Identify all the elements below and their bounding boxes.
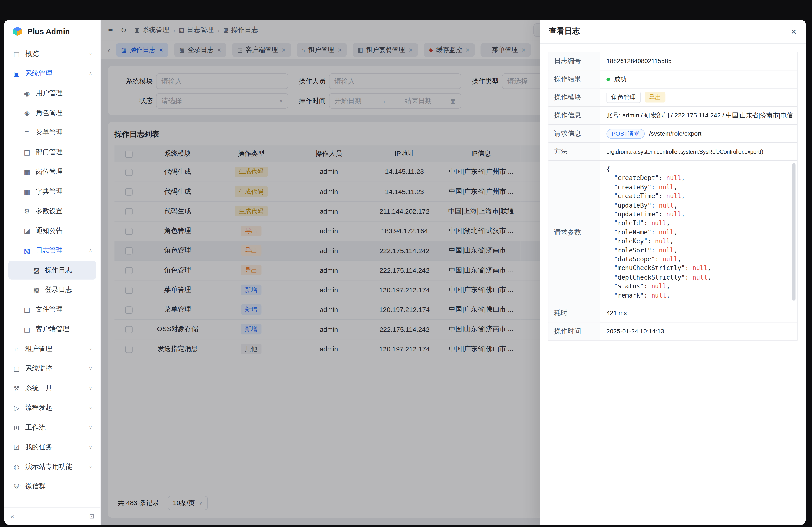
sidebar-item-monitor[interactable]: ▢系统监控∨ bbox=[8, 359, 96, 378]
detail-value-params: { "createDept": null, "createBy": null, … bbox=[600, 161, 797, 304]
notice-icon: ◪ bbox=[23, 227, 31, 235]
posts-icon: ▦ bbox=[23, 168, 31, 176]
module-tag: 角色管理 bbox=[606, 91, 641, 103]
module-tag: 导出 bbox=[644, 92, 665, 103]
sidebar-item-overview[interactable]: ▤概览∨ bbox=[8, 44, 96, 63]
sidebar-item-process-start[interactable]: ▷流程发起∨ bbox=[8, 398, 96, 417]
request-label: 请求信息 bbox=[548, 125, 600, 142]
log-id-label: 日志编号 bbox=[548, 52, 600, 70]
logs-icon: ▧ bbox=[23, 246, 31, 254]
request-url: /system/role/export bbox=[649, 130, 701, 137]
result-label: 操作结果 bbox=[548, 70, 600, 88]
sidebar-item-roles[interactable]: ◈角色管理 bbox=[8, 104, 96, 122]
login-log-icon: ▩ bbox=[32, 286, 40, 293]
detail-row-duration: 耗时421 ms bbox=[548, 304, 797, 322]
sidebar-item-params[interactable]: ⚙参数设置 bbox=[8, 202, 96, 221]
sidebar-menu: ▤概览∨▣系统管理∧◉用户管理◈角色管理≡菜单管理◫部门管理▦岗位管理▥字典管理… bbox=[4, 42, 100, 507]
detail-row-module: 操作模块角色管理导出 bbox=[548, 89, 797, 107]
demo-features-icon: ◍ bbox=[12, 463, 21, 471]
detail-row-time: 操作时间2025-01-24 10:14:13 bbox=[548, 322, 797, 340]
chevron-up-icon: ∧ bbox=[89, 71, 92, 76]
desktop-background: Plus Admin ▤概览∨▣系统管理∧◉用户管理◈角色管理≡菜单管理◫部门管… bbox=[0, 0, 812, 527]
sidebar-item-tools[interactable]: ⚒系统工具∨ bbox=[8, 379, 96, 397]
menus-icon: ≡ bbox=[23, 129, 31, 136]
request-params-code[interactable]: { "createDept": null, "createBy": null, … bbox=[600, 161, 797, 304]
detail-value-log-id: 1882612840802115585 bbox=[600, 52, 797, 70]
sidebar-item-clients[interactable]: ◲客户端管理 bbox=[8, 320, 96, 338]
sidebar-item-tenant[interactable]: ⌂租户管理∨ bbox=[8, 340, 96, 358]
sidebar-item-my-tasks[interactable]: ☑我的任务∨ bbox=[8, 438, 96, 456]
module-label: 操作模块 bbox=[548, 89, 600, 106]
detail-value-request: POST请求/system/role/export bbox=[600, 125, 797, 142]
dict-icon: ▥ bbox=[23, 187, 31, 195]
tenant-icon: ⌂ bbox=[12, 345, 21, 352]
operation-log-icon: ▨ bbox=[32, 266, 40, 274]
sidebar-item-depts[interactable]: ◫部门管理 bbox=[8, 143, 96, 162]
sidebar-item-users[interactable]: ◉用户管理 bbox=[8, 84, 96, 103]
chevron-down-icon: ∨ bbox=[89, 425, 92, 430]
workflow-icon: ⊞ bbox=[12, 423, 21, 431]
sidebar-item-logs[interactable]: ▧日志管理∧ bbox=[8, 241, 96, 260]
collapse-sidebar-icon[interactable]: « bbox=[10, 512, 14, 520]
sidebar-item-login-log[interactable]: ▩登录日志 bbox=[8, 281, 96, 299]
depts-icon: ◫ bbox=[23, 148, 31, 156]
app-window: Plus Admin ▤概览∨▣系统管理∧◉用户管理◈角色管理≡菜单管理◫部门管… bbox=[4, 20, 806, 525]
sidebar-footer: « ⊡ bbox=[4, 507, 100, 525]
monitor-icon: ▢ bbox=[12, 364, 21, 372]
success-dot-icon bbox=[606, 77, 610, 81]
detail-row-info: 操作信息账号: admin / 研发部门 / 222.175.114.242 /… bbox=[548, 107, 797, 125]
detail-row-method: 方法org.dromara.system.controller.system.S… bbox=[548, 143, 797, 161]
layout-toggle-icon[interactable]: ⊡ bbox=[89, 513, 94, 520]
sidebar-item-wechat-group[interactable]: ☏微信群 bbox=[8, 477, 96, 496]
detail-value-method: org.dromara.system.controller.system.Sys… bbox=[600, 143, 797, 161]
sidebar-item-workflow[interactable]: ⊞工作流∨ bbox=[8, 418, 96, 437]
sidebar-item-notice[interactable]: ◪通知公告 bbox=[8, 222, 96, 240]
duration-label: 耗时 bbox=[548, 304, 600, 322]
sidebar-item-posts[interactable]: ▦岗位管理 bbox=[8, 163, 96, 181]
chevron-down-icon: ∨ bbox=[89, 386, 92, 391]
chevron-down-icon: ∨ bbox=[89, 366, 92, 371]
my-tasks-icon: ☑ bbox=[12, 443, 21, 451]
detail-row-request: 请求信息POST请求/system/role/export bbox=[548, 125, 797, 143]
tools-icon: ⚒ bbox=[12, 384, 21, 392]
sidebar-item-demo-features[interactable]: ◍演示站专用功能∨ bbox=[8, 457, 96, 476]
sidebar-item-menus[interactable]: ≡菜单管理 bbox=[8, 123, 96, 142]
params-icon: ⚙ bbox=[23, 207, 31, 215]
close-drawer-icon[interactable]: × bbox=[791, 27, 796, 36]
overview-icon: ▤ bbox=[12, 50, 21, 58]
params-label: 请求参数 bbox=[548, 161, 600, 304]
chevron-down-icon: ∨ bbox=[89, 346, 92, 351]
post-method-tag: POST请求 bbox=[606, 129, 645, 139]
detail-value-duration: 421 ms bbox=[600, 304, 797, 322]
wechat-group-icon: ☏ bbox=[12, 483, 21, 490]
drawer-body: 日志编号1882612840802115585操作结果成功操作模块角色管理导出操… bbox=[539, 44, 806, 349]
sidebar-item-dict[interactable]: ▥字典管理 bbox=[8, 182, 96, 201]
chevron-down-icon: ∨ bbox=[89, 405, 92, 410]
detail-row-log-id: 日志编号1882612840802115585 bbox=[548, 52, 797, 70]
app-logo: Plus Admin bbox=[4, 20, 100, 42]
sidebar-item-files[interactable]: ◰文件管理 bbox=[8, 300, 96, 319]
drawer-title: 查看日志 bbox=[549, 26, 580, 36]
detail-value-module: 角色管理导出 bbox=[600, 89, 797, 106]
clients-icon: ◲ bbox=[23, 325, 31, 333]
detail-value-result: 成功 bbox=[600, 70, 797, 88]
chevron-up-icon: ∧ bbox=[89, 248, 92, 253]
view-log-drawer: 查看日志 × 日志编号1882612840802115585操作结果成功操作模块… bbox=[539, 20, 806, 525]
system-icon: ▣ bbox=[12, 70, 21, 77]
detail-row-result: 操作结果成功 bbox=[548, 70, 797, 88]
logo-icon bbox=[12, 26, 23, 36]
detail-row-params: 请求参数{ "createDept": null, "createBy": nu… bbox=[548, 161, 797, 304]
chevron-down-icon: ∨ bbox=[89, 445, 92, 450]
scrollbar-thumb[interactable] bbox=[792, 163, 796, 301]
app-title: Plus Admin bbox=[28, 27, 70, 35]
info-label: 操作信息 bbox=[548, 107, 600, 124]
process-start-icon: ▷ bbox=[12, 404, 21, 411]
chevron-down-icon: ∨ bbox=[89, 464, 92, 469]
files-icon: ◰ bbox=[23, 306, 31, 313]
detail-value-info: 账号: admin / 研发部门 / 222.175.114.242 / 中国|… bbox=[600, 107, 797, 124]
sidebar-item-system[interactable]: ▣系统管理∧ bbox=[8, 64, 96, 83]
main-area: ≡ ↻ ▣系统管理›▧日志管理›▨操作日志 ‹ ▨操作日志×▩登录日志×◲客户端… bbox=[101, 20, 806, 525]
sidebar-item-operation-log[interactable]: ▨操作日志 bbox=[8, 261, 96, 280]
roles-icon: ◈ bbox=[23, 109, 31, 117]
sidebar: Plus Admin ▤概览∨▣系统管理∧◉用户管理◈角色管理≡菜单管理◫部门管… bbox=[4, 20, 101, 525]
